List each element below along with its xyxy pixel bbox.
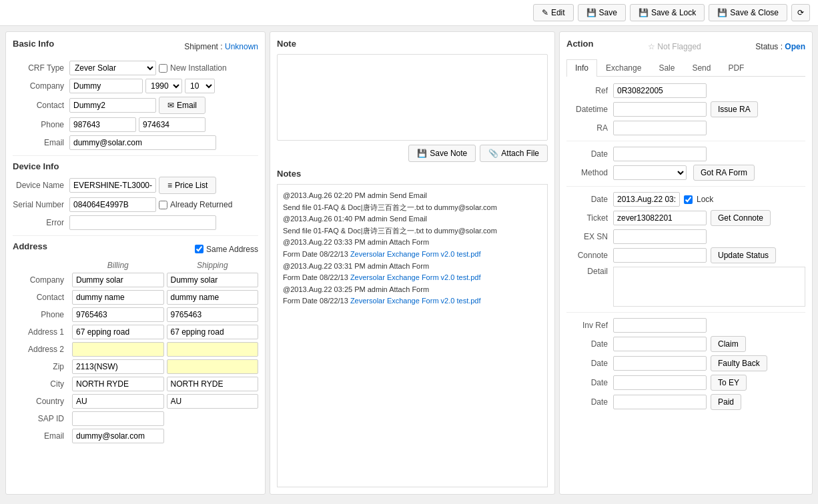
pdf-link[interactable]: Zeversolar Exchange Form v2.0 test.pdf [350,273,481,281]
pdf-link[interactable]: Zeversolar Exchange Form v2.0 test.pdf [350,250,481,258]
faulty-back-button[interactable]: Faulty Back [711,355,767,371]
date2-input[interactable] [613,192,680,207]
refresh-button[interactable]: ⟳ [791,4,810,21]
date2-label: Date [566,195,613,204]
ra-input[interactable] [613,121,707,135]
ticket-input[interactable] [613,211,707,225]
company-input[interactable] [69,79,143,93]
contact-addr-label: Contact [13,293,69,302]
sap-id-label: SAP ID [13,414,69,423]
phone2-input[interactable] [139,117,206,132]
zip-shipping-input[interactable] [167,359,259,374]
claim-button[interactable]: Claim [711,336,746,352]
company-shipping-input[interactable] [167,273,259,287]
lock-group: Lock [613,192,713,207]
tab-sale[interactable]: Sale [650,59,683,76]
lock-label: Lock [697,195,713,204]
new-installation-checkbox[interactable] [159,64,167,73]
to-ey-button[interactable]: To EY [711,375,747,391]
save-lock-button[interactable]: 💾 Save & Lock [630,4,705,21]
issue-ra-button[interactable]: Issue RA [711,101,758,117]
got-ra-form-button[interactable]: Got RA Form [693,165,755,181]
date6-row: Date Paid [566,394,805,410]
date3-input[interactable] [613,337,707,351]
basic-info-header: Basic Info Shipment : Unknown [13,39,258,54]
save-note-button[interactable]: 💾 Save Note [408,145,476,162]
list-icon: ≡ [167,181,172,190]
date5-input[interactable] [613,375,707,390]
already-returned-checkbox[interactable] [159,201,167,209]
email-addr-input[interactable] [72,429,164,443]
list-item: Form Date 08/22/13 Zeversolar Exchange F… [283,272,542,284]
shipment-link[interactable]: Unknown [225,42,258,51]
date4-input[interactable] [613,356,707,371]
paid-button[interactable]: Paid [711,394,741,410]
address2-label: Address 2 [13,345,69,354]
ex-sn-input[interactable] [613,229,707,244]
inv-ref-input[interactable] [613,318,707,333]
pdf-link[interactable]: Zeversolar Exchange Form v2.0 test.pdf [350,297,481,305]
save-button[interactable]: 💾 Save [578,4,626,21]
action-title: Action [566,39,593,49]
same-address-checkbox[interactable] [195,245,203,253]
attach-file-button[interactable]: 📎 Attach File [480,145,548,162]
email-button[interactable]: ✉ Email [159,97,206,114]
flag-link[interactable]: ☆ Not Flagged [648,42,701,51]
tab-info[interactable]: Info [566,59,597,77]
list-item: @2013.Aug.22 03:31 PM admin Attach Form [283,261,542,273]
device-name-input[interactable] [69,178,156,193]
date3-label: Date [566,339,613,349]
detail-textarea[interactable] [613,267,805,307]
ref-input[interactable] [613,83,707,98]
date6-label: Date [566,397,613,407]
serial-input[interactable] [69,197,156,212]
month-select[interactable]: 10 [185,79,215,93]
tab-send[interactable]: Send [683,59,719,76]
contact-shipping-input[interactable] [167,290,259,305]
address-header: Address Same Address [13,241,258,257]
sap-id-input[interactable] [72,411,164,426]
update-status-button[interactable]: Update Status [711,247,776,263]
price-list-button[interactable]: ≡ Price List [159,177,216,194]
device-name-row: Device Name ≡ Price List [13,177,258,194]
tab-pdf[interactable]: PDF [719,59,753,76]
refresh-icon: ⟳ [797,8,804,17]
save-close-button[interactable]: 💾 Save & Close [709,4,787,21]
address1-shipping-input[interactable] [167,325,259,339]
date5-row: Date To EY [566,375,805,391]
contact-input[interactable] [69,98,156,113]
tab-exchange[interactable]: Exchange [597,59,650,76]
address1-billing-input[interactable] [72,325,164,339]
company-billing-input[interactable] [72,273,164,287]
address2-billing-input[interactable] [72,342,164,357]
edit-button[interactable]: ✎ Edit [533,4,574,21]
date4-row: Date Faulty Back [566,355,805,371]
phone-billing-input[interactable] [72,307,164,322]
note-textarea[interactable] [277,54,548,141]
zip-billing-input[interactable] [72,359,164,374]
country-billing-input[interactable] [72,394,164,409]
country-shipping-input[interactable] [167,394,259,409]
datetime-input[interactable] [613,102,707,117]
year-select[interactable]: 1990 [145,79,182,93]
lock-checkbox[interactable] [684,195,693,204]
company-label: Company [13,81,69,91]
date1-input[interactable] [613,147,707,161]
inv-ref-row: Inv Ref [566,318,805,333]
date5-label: Date [566,378,613,387]
city-shipping-input[interactable] [167,377,259,391]
phone1-input[interactable] [69,117,136,132]
city-billing-input[interactable] [72,377,164,391]
date6-input[interactable] [613,395,707,409]
connote-input[interactable] [613,248,707,263]
get-connote-button[interactable]: Get Connote [711,210,771,226]
ticket-row: Ticket Get Connote [566,210,805,226]
address2-shipping-input[interactable] [167,342,259,357]
email-input[interactable] [69,135,216,150]
error-label: Error [13,218,69,227]
contact-billing-input[interactable] [72,290,164,305]
error-input[interactable] [69,215,216,230]
crf-type-select[interactable]: Zever Solar [69,61,156,75]
method-select[interactable] [613,165,687,180]
phone-shipping-input[interactable] [167,307,259,322]
